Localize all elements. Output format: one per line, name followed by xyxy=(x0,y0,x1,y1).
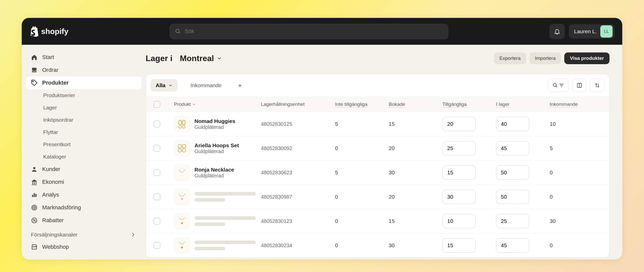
search-icon xyxy=(175,28,181,35)
nav-online-store[interactable]: Webbshop xyxy=(26,241,142,253)
sku-cell: 48052830234 xyxy=(261,243,335,248)
nav-label: Produkter xyxy=(42,80,69,86)
user-menu[interactable]: Lauren L. LL xyxy=(569,24,615,39)
shopify-bag-icon xyxy=(29,26,39,37)
col-unavailable[interactable]: Inte tillgängliga xyxy=(335,101,367,107)
col-product[interactable]: Produkt xyxy=(174,101,191,107)
stock-input[interactable] xyxy=(496,165,529,180)
row-checkbox[interactable] xyxy=(154,145,160,152)
product-image[interactable] xyxy=(174,140,190,156)
sku-cell: 48052830125 xyxy=(261,121,335,127)
table-row: 48052830123 0 15 30 xyxy=(146,209,609,233)
search-input[interactable] xyxy=(185,28,443,35)
sales-channels-heading[interactable]: Försäljningskanaler xyxy=(26,227,142,241)
nav-label: Ordrar xyxy=(42,67,59,73)
notifications-button[interactable] xyxy=(549,24,565,39)
available-input[interactable] xyxy=(442,238,476,253)
bank-icon xyxy=(31,179,38,185)
columns-button[interactable] xyxy=(572,79,587,92)
add-tab-button[interactable]: + xyxy=(234,80,246,91)
page-title[interactable]: Lager i Montreal xyxy=(146,54,222,63)
content: Lager i Montreal Exportera Importera Vis… xyxy=(146,45,622,259)
topbar: shopify Lauren L. LL xyxy=(22,18,622,45)
row-checkbox[interactable] xyxy=(154,169,160,176)
nav-finance[interactable]: Ekonomi xyxy=(26,176,142,188)
user-name: Lauren L. xyxy=(574,28,597,35)
nav-analytics[interactable]: Analys xyxy=(26,188,142,201)
row-checkbox[interactable] xyxy=(154,218,160,224)
stock-input[interactable] xyxy=(496,238,529,253)
inventory-card: Alla Inkommande + xyxy=(146,74,610,258)
tab-incoming[interactable]: Inkommande xyxy=(186,79,227,92)
nav-sub-purchase-orders[interactable]: Inköpsordrar xyxy=(26,114,142,126)
svg-point-23 xyxy=(179,125,181,128)
target-icon xyxy=(31,204,38,211)
svg-point-14 xyxy=(553,83,556,86)
search-filter-button[interactable] xyxy=(548,79,569,92)
col-incoming[interactable]: Inkommande xyxy=(550,101,578,107)
stock-input[interactable] xyxy=(496,117,529,131)
filter-icon xyxy=(558,82,565,88)
nav-discounts[interactable]: Rabatter xyxy=(26,214,142,227)
available-input[interactable] xyxy=(442,117,476,131)
unavailable-cell: 0 xyxy=(335,145,389,151)
nav-sub-catalogs[interactable]: Kataloger xyxy=(26,151,142,163)
sidebar: Start Ordrar Produkter Produktserier Lag… xyxy=(22,45,146,259)
product-image[interactable] xyxy=(174,213,190,229)
nav-marketing[interactable]: Marknadsföring xyxy=(26,201,142,214)
unavailable-cell: 0 xyxy=(335,194,389,200)
select-all-checkbox[interactable] xyxy=(154,101,160,108)
product-image[interactable] xyxy=(174,189,190,205)
nav-sub-gift-cards[interactable]: Presentkort xyxy=(26,138,142,151)
inbox-icon xyxy=(31,67,38,73)
import-button[interactable]: Importera xyxy=(529,52,561,64)
nav-sub-transfers[interactable]: Flyttar xyxy=(26,126,142,138)
available-input[interactable] xyxy=(442,214,476,228)
svg-rect-5 xyxy=(34,193,35,197)
sort-button[interactable] xyxy=(590,79,605,92)
stock-input[interactable] xyxy=(496,190,529,204)
sku-cell: 48052830623 xyxy=(261,170,335,176)
svg-point-3 xyxy=(33,167,36,169)
product-name[interactable]: Nomad Huggies xyxy=(194,118,235,124)
view-products-button[interactable]: Visa produkter xyxy=(564,52,610,64)
row-checkbox[interactable] xyxy=(154,194,160,200)
product-name[interactable]: Ronja Necklace xyxy=(194,167,234,173)
shopify-logo[interactable]: shopify xyxy=(29,26,68,37)
nav-products[interactable]: Produkter xyxy=(26,76,142,89)
col-booked[interactable]: Bokade xyxy=(389,101,405,107)
nav-customers[interactable]: Kunder xyxy=(26,163,142,176)
svg-rect-4 xyxy=(32,195,33,197)
home-icon xyxy=(31,54,38,61)
product-variant: Guldpläterad xyxy=(194,149,239,154)
product-image[interactable] xyxy=(174,237,190,253)
bell-icon xyxy=(554,28,560,35)
nav-sub-collections[interactable]: Produktserier xyxy=(26,89,142,101)
col-available[interactable]: Tillgängliga xyxy=(442,101,467,107)
col-sku: Lagerhållningsenhet xyxy=(261,101,335,107)
tab-all[interactable]: Alla xyxy=(151,79,178,92)
sort-asc-icon xyxy=(192,103,196,106)
sort-icon xyxy=(594,82,600,88)
search-icon xyxy=(552,82,558,88)
search-box[interactable] xyxy=(170,24,448,39)
available-input[interactable] xyxy=(442,165,476,180)
row-checkbox[interactable] xyxy=(154,121,160,127)
svg-point-27 xyxy=(178,149,182,152)
stock-input[interactable] xyxy=(496,214,529,228)
nav-orders[interactable]: Ordrar xyxy=(26,64,142,76)
stock-input[interactable] xyxy=(496,141,529,155)
nav-sub-inventory[interactable]: Lager xyxy=(26,101,142,114)
nav-start[interactable]: Start xyxy=(26,51,142,64)
available-input[interactable] xyxy=(442,141,476,155)
product-name[interactable]: Ariella Hoops Set xyxy=(194,142,239,149)
svg-point-31 xyxy=(181,246,183,248)
available-input[interactable] xyxy=(442,190,476,204)
export-button[interactable]: Exportera xyxy=(494,52,526,64)
row-checkbox[interactable] xyxy=(154,242,160,249)
col-instock[interactable]: I lager xyxy=(496,101,510,107)
tag-icon xyxy=(31,80,38,86)
product-image[interactable] xyxy=(174,116,190,132)
table-row: 48052830234 0 30 0 xyxy=(146,233,609,258)
product-image[interactable] xyxy=(174,165,190,180)
